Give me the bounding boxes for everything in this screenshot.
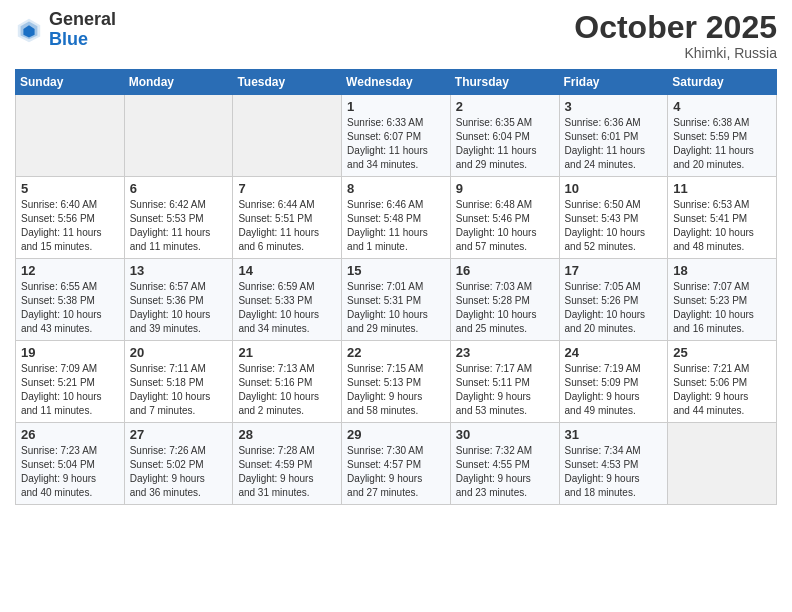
table-row: 31Sunrise: 7:34 AM Sunset: 4:53 PM Dayli… [559, 423, 668, 505]
calendar-week-3: 12Sunrise: 6:55 AM Sunset: 5:38 PM Dayli… [16, 259, 777, 341]
col-monday: Monday [124, 70, 233, 95]
day-info: Sunrise: 6:50 AM Sunset: 5:43 PM Dayligh… [565, 198, 663, 254]
table-row: 12Sunrise: 6:55 AM Sunset: 5:38 PM Dayli… [16, 259, 125, 341]
col-sunday: Sunday [16, 70, 125, 95]
day-number: 18 [673, 263, 771, 278]
day-number: 26 [21, 427, 119, 442]
calendar-week-1: 1Sunrise: 6:33 AM Sunset: 6:07 PM Daylig… [16, 95, 777, 177]
day-info: Sunrise: 7:30 AM Sunset: 4:57 PM Dayligh… [347, 444, 445, 500]
table-row: 17Sunrise: 7:05 AM Sunset: 5:26 PM Dayli… [559, 259, 668, 341]
table-row: 27Sunrise: 7:26 AM Sunset: 5:02 PM Dayli… [124, 423, 233, 505]
table-row: 11Sunrise: 6:53 AM Sunset: 5:41 PM Dayli… [668, 177, 777, 259]
table-row: 24Sunrise: 7:19 AM Sunset: 5:09 PM Dayli… [559, 341, 668, 423]
day-number: 11 [673, 181, 771, 196]
table-row: 14Sunrise: 6:59 AM Sunset: 5:33 PM Dayli… [233, 259, 342, 341]
table-row: 15Sunrise: 7:01 AM Sunset: 5:31 PM Dayli… [342, 259, 451, 341]
table-row: 13Sunrise: 6:57 AM Sunset: 5:36 PM Dayli… [124, 259, 233, 341]
day-info: Sunrise: 7:26 AM Sunset: 5:02 PM Dayligh… [130, 444, 228, 500]
table-row: 2Sunrise: 6:35 AM Sunset: 6:04 PM Daylig… [450, 95, 559, 177]
table-row: 5Sunrise: 6:40 AM Sunset: 5:56 PM Daylig… [16, 177, 125, 259]
day-info: Sunrise: 7:05 AM Sunset: 5:26 PM Dayligh… [565, 280, 663, 336]
day-info: Sunrise: 6:33 AM Sunset: 6:07 PM Dayligh… [347, 116, 445, 172]
table-row [124, 95, 233, 177]
day-number: 6 [130, 181, 228, 196]
day-info: Sunrise: 7:15 AM Sunset: 5:13 PM Dayligh… [347, 362, 445, 418]
day-info: Sunrise: 7:09 AM Sunset: 5:21 PM Dayligh… [21, 362, 119, 418]
day-number: 7 [238, 181, 336, 196]
title-block: October 2025 Khimki, Russia [574, 10, 777, 61]
day-number: 24 [565, 345, 663, 360]
day-info: Sunrise: 6:40 AM Sunset: 5:56 PM Dayligh… [21, 198, 119, 254]
calendar-week-4: 19Sunrise: 7:09 AM Sunset: 5:21 PM Dayli… [16, 341, 777, 423]
page-header: General Blue October 2025 Khimki, Russia [15, 10, 777, 61]
day-number: 30 [456, 427, 554, 442]
day-info: Sunrise: 6:53 AM Sunset: 5:41 PM Dayligh… [673, 198, 771, 254]
table-row: 30Sunrise: 7:32 AM Sunset: 4:55 PM Dayli… [450, 423, 559, 505]
day-number: 27 [130, 427, 228, 442]
table-row: 20Sunrise: 7:11 AM Sunset: 5:18 PM Dayli… [124, 341, 233, 423]
calendar-header: Sunday Monday Tuesday Wednesday Thursday… [16, 70, 777, 95]
day-number: 3 [565, 99, 663, 114]
day-number: 22 [347, 345, 445, 360]
table-row [668, 423, 777, 505]
day-info: Sunrise: 6:55 AM Sunset: 5:38 PM Dayligh… [21, 280, 119, 336]
day-info: Sunrise: 7:21 AM Sunset: 5:06 PM Dayligh… [673, 362, 771, 418]
header-row: Sunday Monday Tuesday Wednesday Thursday… [16, 70, 777, 95]
day-number: 31 [565, 427, 663, 442]
table-row: 9Sunrise: 6:48 AM Sunset: 5:46 PM Daylig… [450, 177, 559, 259]
col-saturday: Saturday [668, 70, 777, 95]
day-info: Sunrise: 7:34 AM Sunset: 4:53 PM Dayligh… [565, 444, 663, 500]
logo: General Blue [15, 10, 116, 50]
day-number: 21 [238, 345, 336, 360]
table-row: 16Sunrise: 7:03 AM Sunset: 5:28 PM Dayli… [450, 259, 559, 341]
day-info: Sunrise: 7:01 AM Sunset: 5:31 PM Dayligh… [347, 280, 445, 336]
table-row: 23Sunrise: 7:17 AM Sunset: 5:11 PM Dayli… [450, 341, 559, 423]
day-number: 14 [238, 263, 336, 278]
table-row: 1Sunrise: 6:33 AM Sunset: 6:07 PM Daylig… [342, 95, 451, 177]
day-number: 19 [21, 345, 119, 360]
table-row: 25Sunrise: 7:21 AM Sunset: 5:06 PM Dayli… [668, 341, 777, 423]
table-row: 8Sunrise: 6:46 AM Sunset: 5:48 PM Daylig… [342, 177, 451, 259]
day-number: 23 [456, 345, 554, 360]
day-info: Sunrise: 6:35 AM Sunset: 6:04 PM Dayligh… [456, 116, 554, 172]
day-info: Sunrise: 6:48 AM Sunset: 5:46 PM Dayligh… [456, 198, 554, 254]
table-row: 6Sunrise: 6:42 AM Sunset: 5:53 PM Daylig… [124, 177, 233, 259]
col-thursday: Thursday [450, 70, 559, 95]
logo-icon [15, 16, 43, 44]
logo-blue: Blue [49, 29, 88, 49]
table-row: 3Sunrise: 6:36 AM Sunset: 6:01 PM Daylig… [559, 95, 668, 177]
day-number: 1 [347, 99, 445, 114]
calendar-week-5: 26Sunrise: 7:23 AM Sunset: 5:04 PM Dayli… [16, 423, 777, 505]
day-info: Sunrise: 6:42 AM Sunset: 5:53 PM Dayligh… [130, 198, 228, 254]
logo-general: General [49, 9, 116, 29]
day-info: Sunrise: 7:07 AM Sunset: 5:23 PM Dayligh… [673, 280, 771, 336]
day-number: 29 [347, 427, 445, 442]
day-number: 16 [456, 263, 554, 278]
day-number: 28 [238, 427, 336, 442]
day-number: 20 [130, 345, 228, 360]
day-number: 25 [673, 345, 771, 360]
table-row: 28Sunrise: 7:28 AM Sunset: 4:59 PM Dayli… [233, 423, 342, 505]
col-wednesday: Wednesday [342, 70, 451, 95]
day-info: Sunrise: 6:44 AM Sunset: 5:51 PM Dayligh… [238, 198, 336, 254]
table-row: 19Sunrise: 7:09 AM Sunset: 5:21 PM Dayli… [16, 341, 125, 423]
table-row: 21Sunrise: 7:13 AM Sunset: 5:16 PM Dayli… [233, 341, 342, 423]
table-row: 26Sunrise: 7:23 AM Sunset: 5:04 PM Dayli… [16, 423, 125, 505]
table-row [233, 95, 342, 177]
day-number: 15 [347, 263, 445, 278]
day-info: Sunrise: 7:11 AM Sunset: 5:18 PM Dayligh… [130, 362, 228, 418]
day-info: Sunrise: 6:38 AM Sunset: 5:59 PM Dayligh… [673, 116, 771, 172]
table-row: 29Sunrise: 7:30 AM Sunset: 4:57 PM Dayli… [342, 423, 451, 505]
day-info: Sunrise: 7:03 AM Sunset: 5:28 PM Dayligh… [456, 280, 554, 336]
table-row: 22Sunrise: 7:15 AM Sunset: 5:13 PM Dayli… [342, 341, 451, 423]
day-info: Sunrise: 6:36 AM Sunset: 6:01 PM Dayligh… [565, 116, 663, 172]
day-info: Sunrise: 7:28 AM Sunset: 4:59 PM Dayligh… [238, 444, 336, 500]
day-number: 10 [565, 181, 663, 196]
table-row: 18Sunrise: 7:07 AM Sunset: 5:23 PM Dayli… [668, 259, 777, 341]
calendar-body: 1Sunrise: 6:33 AM Sunset: 6:07 PM Daylig… [16, 95, 777, 505]
location: Khimki, Russia [574, 45, 777, 61]
logo-text: General Blue [49, 10, 116, 50]
day-number: 4 [673, 99, 771, 114]
month-title: October 2025 [574, 10, 777, 45]
table-row [16, 95, 125, 177]
